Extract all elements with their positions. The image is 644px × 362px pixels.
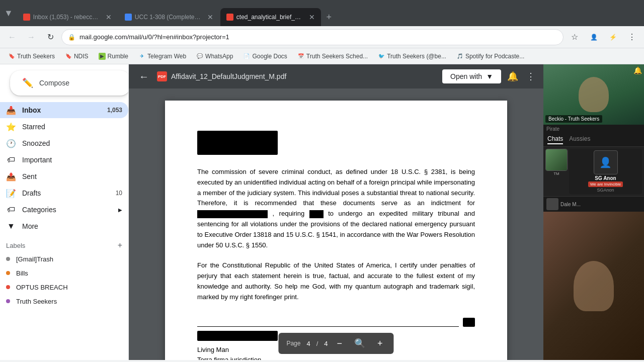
compose-area: ✏️ Compose — [0, 64, 128, 102]
labels-header: Labels — [6, 242, 25, 249]
tab-aussies[interactable]: Aussies — [569, 135, 590, 144]
sidebar-item-snoozed[interactable]: 🕐 Snoozed — [0, 135, 128, 151]
back-button[interactable]: ← — [4, 29, 20, 45]
tab-gmail[interactable]: Inbox (1,053) - rebeccaeileen78 ✕ — [17, 8, 118, 26]
profile-figure — [574, 261, 614, 311]
categories-label: Categories — [22, 206, 118, 214]
bookmark-label: Rumble — [108, 53, 128, 60]
dale-m-row: Dale M... — [543, 196, 644, 212]
new-tab-button[interactable]: + — [322, 10, 336, 24]
tab-cted-label: cted_analytical_brief_on_ppps_... — [236, 14, 304, 21]
open-with-label: Open with — [450, 72, 482, 80]
pdf-apps-button[interactable]: ⋮ — [524, 69, 537, 84]
zoom-in-button[interactable]: + — [374, 337, 386, 350]
bookmark-whatsapp[interactable]: 💬 WhatsApp — [192, 51, 237, 62]
profile-button[interactable]: 👤 — [586, 29, 602, 45]
bookmark-telegram[interactable]: ✈ Telegram Web — [134, 51, 190, 62]
page-current: 4 — [306, 340, 310, 347]
sg-anon-username: SGAnon — [597, 188, 614, 193]
bookmark-truth-seekers[interactable]: 🔖 Truth Seekers — [4, 51, 59, 62]
tab-bar: Inbox (1,053) - rebeccaeileen78 ✕ UCC 1-… — [17, 0, 640, 26]
sg-anon-name: SG Anon — [595, 175, 616, 181]
pdf-viewer: ← PDF Affidavit_12_DefaultJudgment_M.pdf… — [129, 64, 543, 360]
bookmark-label: Truth Seekers Sched... — [306, 53, 368, 60]
label-gmail-trash[interactable]: [Gmail]Trash — [0, 252, 128, 266]
sidebar-item-inbox[interactable]: 📥 Inbox 1,053 — [0, 102, 128, 118]
sidebar-item-starred[interactable]: ⭐ Starred — [0, 119, 128, 135]
bookmark-spotify[interactable]: 🎵 Spotify for Podcaste... — [452, 51, 528, 62]
drafts-count: 10 — [116, 190, 122, 197]
more-icon: ▼ — [6, 222, 16, 231]
expand-icon: ▶ — [118, 207, 122, 213]
bookmarks-bar: 🔖 Truth Seekers 🔖 NDIS ▶ Rumble ✈ Telegr… — [0, 48, 644, 64]
bookmark-rumble[interactable]: ▶ Rumble — [95, 51, 132, 62]
right-panel: 🔔 Beckio - Truth Seekers Pirate Chats Au… — [543, 64, 644, 360]
label-dot-icon — [6, 285, 10, 289]
tab-close-ucc[interactable]: ✕ — [207, 13, 213, 21]
inbox-label: Inbox — [22, 106, 107, 114]
whatsapp-icon: 💬 — [196, 53, 203, 60]
redacted-name-block — [197, 331, 278, 341]
tab-chats[interactable]: Chats — [547, 135, 563, 144]
open-with-button[interactable]: Open with ▼ — [442, 69, 501, 83]
bookmark-label: Telegram Web — [147, 53, 186, 60]
sg-anon-icon: 👤 — [599, 156, 612, 168]
ucc-favicon-icon — [125, 14, 132, 21]
pirate-label: Pirate — [546, 126, 559, 132]
redacted-name-1 — [197, 210, 268, 218]
sidebar-item-sent[interactable]: 📤 Sent — [0, 168, 128, 185]
refresh-button[interactable]: ↻ — [42, 29, 58, 45]
avatar-1 — [545, 149, 568, 171]
sig-line — [197, 315, 459, 327]
starred-icon: ⭐ — [6, 122, 16, 132]
forward-button[interactable]: → — [23, 29, 39, 45]
sidebar-item-more[interactable]: ▼ More — [0, 218, 128, 234]
sg-anon-card: 👤 SG Anon We are Invincible SGAnon — [569, 149, 642, 194]
pdf-bell-button[interactable]: 🔔 — [505, 69, 520, 84]
sidebar-item-categories[interactable]: 🏷 Categories ▶ — [0, 202, 128, 218]
bookmark-button[interactable]: ☆ — [567, 29, 583, 45]
notification-bell-icon[interactable]: 🔔 — [633, 66, 642, 74]
label-bills[interactable]: Bills — [0, 266, 128, 280]
pirate-label-bar: Pirate — [543, 125, 644, 133]
address-input[interactable] — [79, 33, 557, 41]
tab-close-gmail[interactable]: ✕ — [106, 13, 112, 21]
pdf-back-button[interactable]: ← — [135, 69, 153, 84]
address-bar[interactable]: 🔒 — [61, 29, 564, 45]
page-separator: / — [316, 340, 318, 347]
more-label: More — [22, 222, 122, 230]
browser-menu-icon[interactable]: ▼ — [4, 8, 13, 19]
bookmark-google-docs[interactable]: 📄 Google Docs — [239, 51, 291, 62]
page-label: Page — [286, 340, 300, 347]
label-optus[interactable]: OPTUS BREACH — [0, 280, 128, 294]
bookmark-truth-sched[interactable]: 📅 Truth Seekers Sched... — [293, 51, 372, 62]
dropdown-arrow-icon: ▼ — [486, 72, 493, 80]
extensions-button[interactable]: ⚡ — [605, 29, 621, 45]
add-label-button[interactable]: + — [118, 241, 122, 250]
search-page-button[interactable]: 🔍 — [351, 337, 368, 350]
inbox-icon: 📥 — [6, 106, 16, 115]
zoom-out-button[interactable]: − — [334, 337, 346, 350]
sent-label: Sent — [22, 172, 122, 180]
tab-cted[interactable]: cted_analytical_brief_on_ppps_... ✕ — [220, 8, 321, 26]
browser-controls: ← → ↻ 🔒 ☆ 👤 ⚡ ⋮ — [0, 26, 644, 48]
label-truth-seekers[interactable]: Truth Seekers — [0, 294, 128, 308]
bookmark-ndis[interactable]: 🔖 NDIS — [61, 51, 93, 62]
chat-tabs-bar: Chats Aussies — [543, 133, 644, 147]
sg-anon-avatar: 👤 — [594, 150, 618, 174]
sidebar-item-drafts[interactable]: 📝 Drafts 10 — [0, 185, 128, 201]
sig-box — [463, 318, 475, 327]
bookmark-truth-twitter[interactable]: 🐦 Truth Seekers (@be... — [374, 51, 450, 62]
tab-ucc[interactable]: UCC 1-308 (Complete Overvie... ✕ — [119, 8, 219, 26]
bookmark-label: Spotify for Podcaste... — [465, 53, 524, 60]
redacted-pronoun — [309, 210, 324, 218]
sidebar-item-important[interactable]: 🏷 Important — [0, 152, 128, 168]
docs-icon: 📄 — [243, 53, 250, 60]
pdf-content-area: The commission of severe criminal conduc… — [129, 88, 543, 360]
tab-close-cted[interactable]: ✕ — [309, 13, 315, 21]
gmail-sidebar: ✏️ Compose 📥 Inbox 1,053 ⭐ Starred 🕐 Sno… — [0, 64, 129, 360]
rumble-icon: ▶ — [99, 53, 106, 60]
sg-anon-banner: We are Invincible — [588, 182, 623, 187]
compose-button[interactable]: ✏️ Compose — [10, 70, 129, 96]
menu-button[interactable]: ⋮ — [624, 29, 640, 45]
